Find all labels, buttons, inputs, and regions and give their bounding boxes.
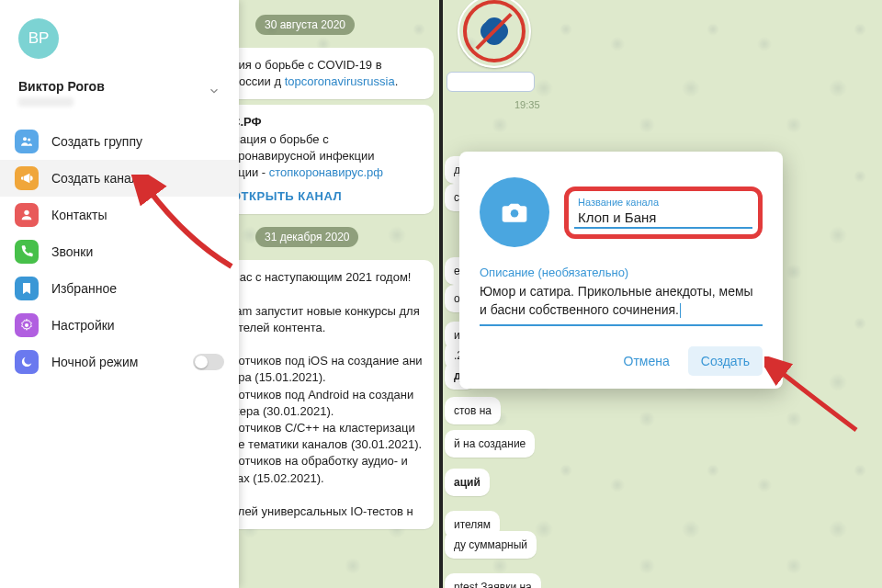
msg-text: ации - [239,165,269,179]
svg-point-3 [25,323,28,327]
message-bubble: аций [445,469,490,496]
panel-divider [439,0,443,588]
description-label: Описание (необязательно) [480,266,763,279]
covid-badge-icon [458,0,531,68]
message-bubble: Вас с наступающим 2021 годом! ram запуст… [239,260,434,529]
night-mode-toggle[interactable] [193,354,224,370]
svg-point-4 [511,209,519,218]
menu-item-create-channel[interactable]: Создать канал [0,160,239,197]
msg-text: оронавирусной инфекции [239,149,375,163]
add-photo-button[interactable] [480,177,549,247]
left-panel: 30 августа 2020 ция о борьбе с COVID-19 … [0,0,441,588]
phone-icon [15,240,39,264]
svg-point-2 [24,210,28,215]
menu-item-settings[interactable]: Настройки [0,307,239,344]
menu-item-night[interactable]: Ночной режим [0,344,239,380]
message-bubble: ду суммарный [445,531,537,559]
cancel-button[interactable]: Отмена [611,346,683,376]
message-bubble: стов на [445,397,501,424]
msg-text: ду суммарный [454,538,527,551]
msg-text: ram запустит новые конкурсы для [239,304,420,318]
camera-icon [500,198,529,227]
chevron-down-icon [208,85,220,101]
msg-text: ках (15.02.2021). [239,471,324,485]
group-icon [15,130,39,153]
link[interactable]: topcoronavirusrussia [285,74,395,88]
link[interactable]: стопкоронавирус.рф [269,165,383,179]
msg-text: ботчиков под Android на создани [239,388,413,401]
menu-list: Создать группуСоздать каналКонтактыЗвонк… [0,116,239,380]
menu-item-label: Ночной режим [51,355,138,369]
account-switcher[interactable]: Виктор Рогов [0,59,239,116]
channel-name-input[interactable]: Клоп и Баня [578,209,749,225]
menu-item-label: Создать канал [51,171,139,186]
channel-name-label: Название канала [578,197,749,208]
menu-item-calls[interactable]: Звонки [0,233,239,270]
message-bubble: ntest Заявки на [445,573,541,588]
msg-text: Вас с наступающим 2021 годом! [239,270,411,284]
msg-text: ателей контента. [239,321,325,334]
contact-icon [15,203,39,227]
menu-item-create-group[interactable]: Создать группу [0,123,239,160]
description-text: Юмор и сатира. Прикольные анекдоты, мемы… [480,284,753,317]
msg-text: ботчиков на обработку аудио- и [239,454,408,468]
menu-item-contacts[interactable]: Контакты [0,197,239,233]
msg-text: ботчиков под iOS на создание ани [239,354,423,368]
date-pill: 31 декабря 2020 [255,227,358,247]
text-caret [680,303,681,318]
msg-text: ера (15.01.2021). [239,370,326,384]
menu-item-saved[interactable]: Избранное [0,270,239,307]
create-channel-dialog: Название канала Клоп и Баня Описание (не… [459,152,783,389]
menu-item-label: Звонки [51,244,93,259]
reply-input[interactable] [447,72,535,92]
moon-icon [15,350,39,374]
create-button[interactable]: Создать [688,346,763,376]
message-bubble: С.РФ мация о борьбе с оронавирусной инфе… [239,105,434,214]
channel-name-field-highlight: Название канала Клоп и Баня [564,187,763,239]
msg-text: аций [454,476,481,489]
chat-preview-left: 30 августа 2020 ция о борьбе с COVID-19 … [239,0,441,588]
msg-text: й на создание [454,437,526,450]
open-channel-link[interactable]: ОТКРЫТЬ КАНАЛ [239,188,423,205]
menu-item-label: Настройки [51,318,115,333]
msg-text: ботчиков C/C++ на кластеризаци [239,421,415,435]
menu-item-label: Избранное [51,281,117,296]
msg-text: ителям [454,518,491,531]
msg-text: стов на [454,404,492,417]
msg-title: С.РФ [239,115,262,129]
description-input[interactable]: Юмор и сатира. Прикольные анекдоты, мемы… [480,283,763,326]
msg-text: жера (30.01.2021). [239,404,334,418]
menu-item-label: Создать группу [51,134,142,149]
megaphone-icon [15,166,39,190]
msg-text: мация о борьбе с [239,132,329,146]
bookmark-icon [15,277,39,300]
side-menu: BP Виктор Рогов Создать группуСоздать ка… [0,0,239,588]
user-phone-blurred [18,97,74,107]
right-panel: 19:35 до срс ение озд иза .20 дис стов н… [441,0,882,588]
message-bubble: ция о борьбе с COVID-19 в России д topco… [239,48,434,99]
menu-item-label: Контакты [51,208,107,222]
msg-text: елей универсальных IO-тестов н [239,504,413,518]
msg-text: ие тематики каналов (30.01.2021). [239,437,422,451]
user-name: Виктор Рогов [18,79,220,94]
svg-point-1 [28,138,30,141]
timestamp: 19:35 [514,99,540,110]
avatar[interactable]: BP [18,18,59,59]
date-pill: 30 августа 2020 [255,15,355,35]
msg-text: ntest Заявки на [454,581,532,588]
gear-icon [15,313,39,337]
svg-point-0 [23,137,27,141]
message-bubble: й на создание [445,430,535,458]
